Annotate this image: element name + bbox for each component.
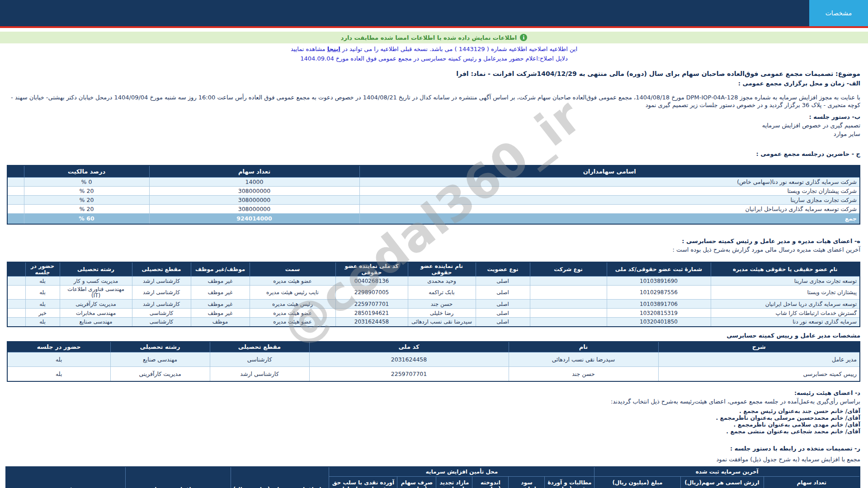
col-position: سمت (250, 262, 335, 277)
empty-cell (7, 318, 25, 327)
empty-cell (7, 286, 25, 300)
shareholder-name: شرکت پیشتازان تجارت ویستا (359, 186, 860, 195)
ownership-percent: % 20 (24, 195, 149, 204)
info-icon (520, 34, 527, 41)
manager-role: مدیر عامل (658, 352, 860, 367)
presiding-member: آقای/ خانم محمدحسین مرسلی به‌عنوان ناظرم… (8, 414, 860, 421)
col-shareholder-names: اسامی سهامداران (359, 165, 860, 177)
field: مهندسی صنایع (60, 318, 132, 327)
col-membership-type: نوع عضویت (476, 262, 530, 277)
share-count: 14000 (149, 177, 359, 186)
manager-national-id: 2031624458 (309, 352, 509, 367)
col-presence: حضور در جلسه (7, 342, 110, 352)
manager-role: رییس کمیته حسابرسی (658, 367, 860, 381)
col-nominal-value: ارزش اسمی هر سهم(ریال) (680, 477, 764, 488)
section-re-intro: مجمع با افزایش سرمایه (به شرح جدول ذیل) … (8, 455, 860, 463)
manager-presence: بله (7, 367, 110, 381)
agenda-item: تصمیم گیری در خصوص افزایش سرمایه (8, 122, 860, 129)
registration-id: 10102987556 (607, 286, 711, 300)
representative-name: بابک تراکمه (408, 286, 476, 300)
section-be-title: ب- دستور جلسه : (8, 113, 860, 121)
col-duty-status: موظف/غیر موظف (191, 262, 250, 277)
col-field: رشته تحصیلی (60, 262, 132, 277)
representative-id: 2031624458 (335, 318, 408, 327)
membership-type: اصلی (476, 318, 530, 327)
representative-name: حسن جند (408, 300, 476, 309)
presiding-member: آقای/ خانم محمد شجاعی به‌عنوان منشی مجمع… (8, 428, 860, 435)
degree: کارشناسی (132, 318, 191, 327)
attendee-row: شرکت سرمایه گذاری توسعه نور دنا(سهامی خا… (7, 177, 860, 186)
duty-status: موظف (191, 318, 250, 327)
manager-field: مدیریت کارآفرینی (110, 367, 210, 381)
col-description: شرح (658, 342, 860, 352)
group-funding-sources: محل تأمین افزایش سرمایه (329, 467, 594, 477)
managers-header-row: شرح نام کد ملی مقطع تحصیلی رشته تحصیلی ح… (7, 342, 860, 352)
section-alef-title: الف- زمان و محل برگزاری مجمع عمومی : (8, 80, 860, 87)
previous-version-link[interactable]: اینجا (327, 46, 340, 52)
position: نایب رئیس هیئت مدیره (250, 286, 335, 300)
board-row: پیشتازان تجارت ویستا 10102987556 اصلی با… (7, 286, 860, 300)
managers-table: شرح نام کد ملی مقطع تحصیلی رشته تحصیلی ح… (7, 341, 860, 382)
col-presence: حضور در جلسه (25, 262, 60, 277)
presiding-member: آقای/ خانم مهدی سلامی به‌عنوان ناظرمجمع … (8, 421, 860, 428)
col-empty (7, 262, 25, 277)
manager-name: سیدرضا نقی نسب اردهائی (509, 352, 658, 367)
empty-cell (7, 186, 24, 195)
total-shares: 924014000 (149, 213, 359, 224)
section-he-subtitle: آخرین اعضای هیئت مدیره درسال مالی مورد گ… (8, 246, 860, 253)
col-amount: مبلغ (میلیون ریال) (594, 477, 680, 488)
col-registration-id: شمارهٔ ثبت عضو حقوقی/کد ملی (607, 262, 711, 277)
presence: بله (25, 277, 60, 286)
degree: کارشناسی ارشد (132, 286, 191, 300)
board-members-table: نام عضو حقیقی یا حقوقی هیئت مدیره شمارهٔ… (7, 262, 860, 327)
col-reserves: اندوخته (میلیون ریال) (472, 477, 509, 488)
section-alef-body: با عنایت به مجوز افزایش سرمایه به شماره … (8, 94, 860, 109)
attendees-total-row: جمع 924014000 % 60 (7, 213, 860, 224)
tab-specifications[interactable]: مشخصات (809, 0, 868, 26)
manager-row: مدیر عامل سیدرضا نقی نسب اردهائی 2031624… (7, 352, 860, 367)
col-national-id: کد ملی (309, 342, 509, 352)
total-percent: % 60 (24, 213, 149, 224)
board-row: گسترش خدمات ارتباطات کارا شاپ 1032081531… (7, 309, 860, 318)
manager-presence: بله (7, 352, 110, 367)
managers-section-title: مشخصات مدیر عامل و رییس کمیته حسابرسی (8, 332, 860, 339)
col-share-count: تعداد سهام (149, 165, 359, 177)
col-retained-earnings: سود انباشته (میلیون ریال) (509, 477, 545, 488)
duty-status: غیر موظف (191, 309, 250, 318)
manager-degree: کارشناسی ارشد (210, 367, 309, 381)
attendee-row: شرکت تجارت مجازی سارینا 308000000 % 20 (7, 195, 860, 204)
presiding-member: آقای/ خانم حسن جند به‌عنوان رئیس مجمع . (8, 408, 860, 414)
duty-status: غیر موظف (191, 277, 250, 286)
correction-text-after: مشاهده نمایید (291, 46, 327, 52)
manager-row: رییس کمیته حسابرسی حسن جند 2259707701 کا… (7, 367, 860, 381)
section-dal-title: د- اعضای هیئت رئیسه: (8, 389, 860, 397)
share-count: 308000000 (149, 195, 359, 204)
presence: بله (25, 300, 60, 309)
correction-text-before: این اطلاعیه اصلاحیه اطلاعیه شماره ( 1443… (340, 46, 577, 52)
empty-cell (7, 213, 24, 224)
share-count: 308000000 (149, 186, 359, 195)
duty-status: غیر موظف (191, 300, 250, 309)
manager-field: مهندسی صنایع (110, 352, 210, 367)
board-row: توسعه سرمایه گذاری دریا ساحل ایرانیان 10… (7, 300, 860, 309)
signature-match-text: اطلاعات نمایش داده شده با اطلاعات امضا ش… (341, 34, 517, 41)
shareholder-name: شرکت سرمایه گذاری توسعه نور دنا(سهامی خا… (359, 177, 860, 186)
document-body: موضوع: تصمیمات مجمع عمومی فوق‌العاده صاح… (0, 70, 868, 488)
field: مهندسی مخابرات (60, 309, 132, 318)
section-he-title: ه- اعضای هیات مدیره و مدیر عامل و رئیس ک… (8, 237, 860, 245)
member-name: گسترش خدمات ارتباطات کارا شاپ (711, 309, 860, 318)
field: مدیریت کارآفرینی (60, 300, 132, 309)
presence: بله (25, 318, 60, 327)
company-type (530, 277, 607, 286)
col-representative-name: نام نماینده عضو حقوقی (408, 262, 476, 277)
col-company-type: نوع شرکت (530, 262, 607, 277)
agenda-item: سایر موارد (8, 130, 860, 138)
shareholder-name: شرکت توسعه سرمایه گذاری دریاساحل ایرانیا… (359, 204, 860, 213)
col-degree: مقطع تحصیلی (132, 262, 191, 277)
empty-cell (7, 309, 25, 318)
company-type (530, 309, 607, 318)
registration-id: 10320401850 (607, 318, 711, 327)
field: مدیریت کسب و کار (60, 277, 132, 286)
col-approval-method: نحوهٔ تصویب (6, 467, 126, 488)
degree: کارشناسی ارشد (132, 300, 191, 309)
